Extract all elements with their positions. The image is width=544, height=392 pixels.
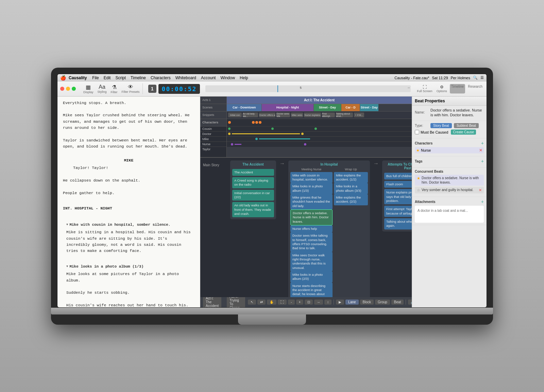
snippet-5[interactable]: Mike sees [291,113,303,117]
wrapup-card-3[interactable]: Mike explains the accident. (2/2) [334,194,368,205]
menu-script[interactable]: Script [113,75,128,81]
hospital-card-2[interactable]: Mike looks in a photo album (1/3) [290,183,333,194]
close-button[interactable] [60,87,64,91]
snippet-2[interactable]: An old lady wa... [243,113,258,117]
frame-tool-btn[interactable]: ⛶ [278,300,287,305]
timeline-ruler: 5 → [205,85,411,92]
menu-whiteboard[interactable]: Whiteboard [173,75,198,81]
search-icon[interactable]: 🔍 [473,75,478,80]
story-beat-btn[interactable]: Story Beat [430,123,452,128]
scene-street-day1[interactable]: Street - Day [314,104,342,111]
fullscreen-button[interactable]: ⛶ Full Screen [415,84,434,93]
hospital-card-4[interactable]: Doctor offers a sedative. Nurse is with … [290,209,333,225]
block-btn[interactable]: Block [360,300,374,305]
fit-width-btn[interactable]: ↔ [314,300,323,305]
hospital-card-7[interactable]: Mike sees Doctor walk right through nurs… [290,252,333,271]
nurse-character-row[interactable]: ★ Nurse ✕ [415,147,484,153]
link-tool-btn[interactable]: 🔗 [408,300,412,305]
add-tag-btn[interactable]: + [481,158,484,164]
attempts-card-3[interactable]: Nurse explains process. Mike says that o… [384,189,412,204]
zoom-in-btn[interactable]: + [296,300,304,305]
zoom-fit-btn[interactable]: ⊡ [305,300,313,305]
beat-btn[interactable]: Beat [391,300,404,305]
must-be-caused-checkbox[interactable] [415,130,419,134]
accident-card-1[interactable]: The Accident [232,169,274,176]
menu-edit[interactable]: Edit [102,75,113,81]
wrapup-card-2[interactable]: Mike looks in a photo album (3/3) [334,183,368,194]
attempts-card-5[interactable]: Talking about whether to try again. [384,218,412,229]
create-cause-btn[interactable]: Create Cause [451,130,476,135]
beat-name-value[interactable]: Doctor offers a sedative. Nurse is with … [430,108,484,118]
hospital-card-9[interactable]: Nurse starts describing the accident in … [290,283,333,297]
zoom-out-btn[interactable]: - [288,300,294,305]
snippet-3[interactable]: Doctor offers a [259,113,275,117]
snippet-9[interactable]: + If M... [354,113,364,117]
play-btn[interactable]: ▶ [336,300,344,305]
scene-car-d[interactable]: Car - D [341,104,360,111]
attempts-card-2[interactable]: Flash zoom [384,181,412,188]
group-btn[interactable]: Group [375,300,390,305]
menu-icon[interactable]: ☰ [480,75,484,80]
wrapup-card-1[interactable]: Mike explains the accident. (1/2) [334,172,368,183]
minimize-button[interactable] [66,87,70,91]
snippet-4[interactable]: Doctor sees Mik [276,113,290,117]
accident-card-4[interactable]: An old lady walks out in front of them. … [232,202,274,217]
menu-account[interactable]: Account [199,75,218,81]
concurrent-remove-btn[interactable]: ✕ [479,188,482,192]
menu-file[interactable]: File [90,75,101,81]
subtext-beat-btn[interactable]: Subtext Beat [454,123,479,128]
snippet-8[interactable]: Talking about whet... [336,113,353,117]
research-tab-button[interactable]: Research [466,84,484,93]
display-button[interactable]: ▦ Display [82,83,95,95]
timeline-tab-button[interactable]: Timeline [450,84,465,93]
mike-dot-1 [228,133,231,135]
menu-timeline[interactable]: Timeline [129,75,148,81]
main-story-label-container: Main Story [203,160,230,297]
snippet-6[interactable]: Nurse explains [304,113,321,117]
menu-help[interactable]: Help [238,75,250,81]
prop-characters-section: Characters + ★ Nurse ✕ [412,138,487,156]
swap-tool-btn[interactable]: ⇄ [257,300,266,305]
attempts-card-1[interactable]: Bus full of children [384,173,412,180]
menu-window[interactable]: Window [218,75,237,81]
scene-street-day2[interactable]: Street - Day [360,104,378,111]
meeting-nurse-subcol: Meeting Nurse Mike with cousin in hospit… [290,168,333,297]
beat-text-2b: Suddenly he starts sobbing. [66,290,191,296]
snippet-1[interactable]: Initial con [228,113,242,117]
pointer-tool-btn[interactable]: ↖ [248,300,256,305]
maximize-button[interactable] [72,87,76,91]
menu-characters[interactable]: Characters [149,75,173,81]
apple-menu[interactable]: 🍎 [60,75,66,81]
nurse-remove-btn[interactable]: ✕ [479,148,482,153]
grab-tool-btn[interactable]: ✋ [267,300,276,305]
collapse-triangle-2[interactable]: ▼ [66,264,68,269]
attempts-card-4[interactable]: First attempt: Taylor dies because of ai… [384,206,412,217]
hospital-card-1[interactable]: Mike with cousin in hospital, somber sil… [290,172,333,183]
scene-car-downtown[interactable]: Car - Downtown [227,104,262,111]
hospital-card-8[interactable]: Mike looks in a photo album (2/3) [290,271,333,283]
scene-hospital[interactable]: Hospital - Night [262,104,313,111]
hospital-card-5[interactable]: Nurse offers help [290,225,333,232]
hospital-card-6[interactable]: Doctor sees Mike talking to himself, com… [290,232,333,252]
collapse-triangle-1[interactable]: ▼ [66,222,68,227]
mike-dot-2 [301,133,304,135]
filter-button[interactable]: ⚗ Filter [109,83,119,95]
add-attachment-btn[interactable]: + [481,199,484,204]
options-button[interactable]: ⚙ Options [435,84,448,93]
fit-btn[interactable]: ↕ [324,300,332,305]
beat-block-cousin[interactable]: ▼ Mike with cousin in hospital, somber s… [63,219,194,257]
concurrent-beat-2[interactable]: ☆ Very somber and guilty in hospital. ✕ [415,187,484,193]
script-content: Everything stops. A breath. Mike sees Ta… [57,97,200,307]
add-character-btn[interactable]: + [481,140,484,146]
char-row-taylor [227,142,412,147]
snippet-7[interactable]: First attempt. [322,113,335,117]
concurrent-beat-1[interactable]: ★ Doctor offers a sedative. Nurse is wit… [415,175,484,186]
attachment-preview[interactable]: A doctor in a lab coat and a mal... [415,206,484,223]
accident-card-2[interactable]: A Creed song is playing on the radio [232,177,274,188]
lane-btn[interactable]: Lane [345,300,358,305]
styling-button[interactable]: Aa Styling [96,83,108,94]
accident-card-3[interactable]: Initial conversation in car (2/2) [232,190,274,201]
hospital-card-3[interactable]: Mike grieves that he shouldn't have evad… [290,194,333,209]
filter-presets-button[interactable]: 👁 Filter Presets [120,83,141,94]
beat-block-photoalbum1[interactable]: ▼ Mike looks in a photo album (1/3) Mike… [63,261,194,307]
